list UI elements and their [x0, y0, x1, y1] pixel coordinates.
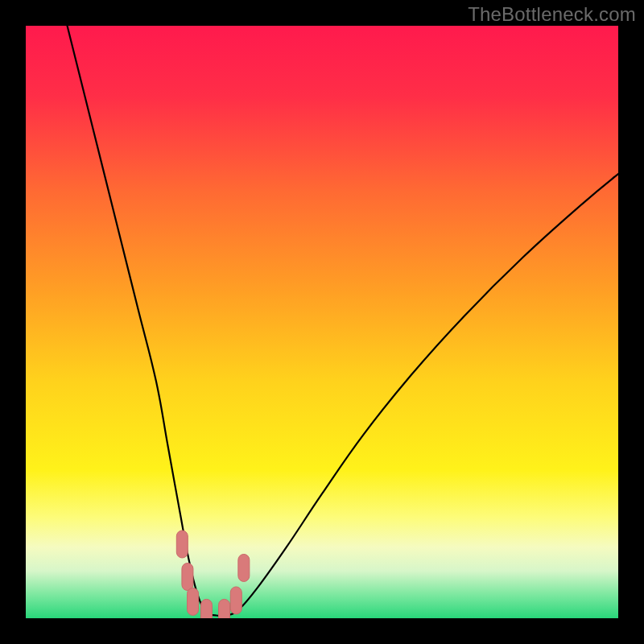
plot-area — [26, 26, 618, 618]
curve-marker — [200, 599, 212, 618]
chart-frame: TheBottleneck.com — [0, 0, 644, 644]
chart-svg — [26, 26, 618, 618]
watermark-text: TheBottleneck.com — [468, 3, 636, 26]
gradient-background — [26, 26, 618, 618]
curve-marker — [182, 563, 193, 590]
curve-marker — [219, 599, 230, 618]
curve-marker — [238, 554, 250, 581]
curve-marker — [230, 587, 242, 614]
curve-marker — [176, 530, 188, 558]
curve-marker — [188, 588, 199, 615]
